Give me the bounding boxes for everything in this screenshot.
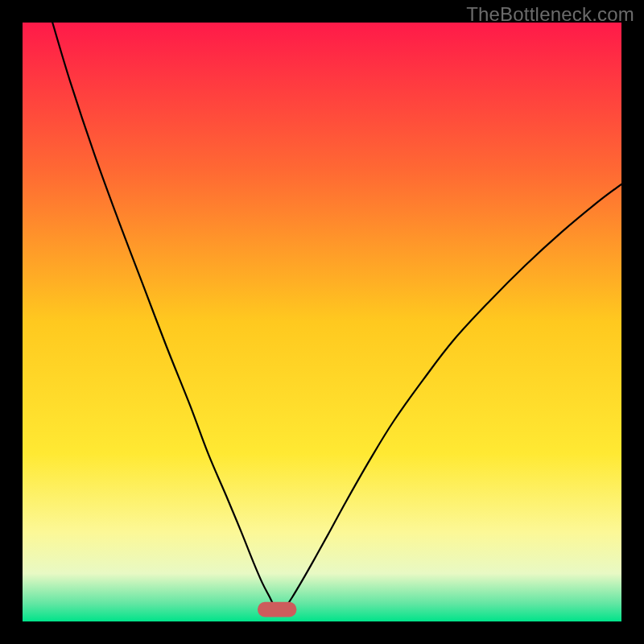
chart-svg xyxy=(23,23,621,621)
chart-frame: TheBottleneck.com xyxy=(0,0,644,644)
plot-area xyxy=(23,23,621,621)
optimal-marker xyxy=(258,602,296,617)
gradient-background xyxy=(23,23,621,621)
